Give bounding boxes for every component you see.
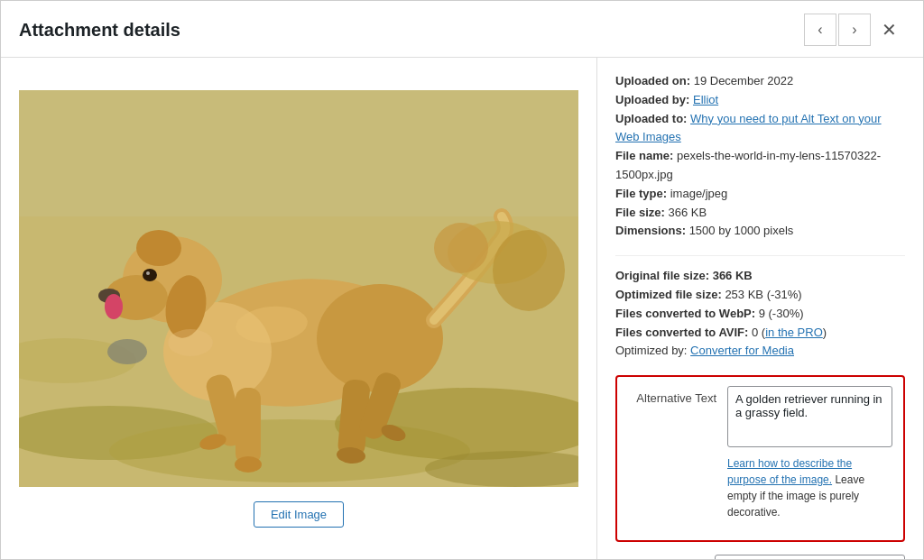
svg-point-30 (434, 223, 488, 273)
next-icon: › (852, 22, 856, 38)
uploaded-by-label: Uploaded by: (615, 93, 689, 106)
alt-text-input[interactable]: A golden retriever running in a grassy f… (727, 386, 892, 447)
modal-nav: ‹ › ✕ (804, 14, 905, 46)
right-panel: Uploaded on: 19 December 2022 Uploaded b… (596, 58, 923, 559)
file-name-label: File name: (615, 149, 673, 162)
edit-image-button[interactable]: Edit Image (254, 501, 344, 528)
alt-text-label: Alternative Text (628, 386, 727, 405)
avif-pro-link[interactable]: in the PRO (765, 326, 823, 339)
dimensions-value: 1500 by 1000 pixels (689, 224, 794, 237)
original-size-value: 366 KB (713, 269, 753, 282)
svg-point-18 (105, 294, 123, 319)
prev-icon: ‹ (818, 22, 822, 38)
file-type-value: image/jpeg (670, 187, 728, 200)
attachment-details-modal: Attachment details ‹ › ✕ (0, 0, 924, 560)
uploaded-on-line: Uploaded on: 19 December 2022 (615, 72, 905, 91)
svg-point-28 (168, 329, 213, 356)
dimensions-label: Dimensions: (615, 224, 686, 237)
file-name-line: File name: pexels-the-world-in-my-lens-1… (615, 147, 905, 185)
webp-value: 9 (-30%) (759, 307, 804, 320)
optimization-section: Original file size: 366 KB Optimized fil… (615, 267, 905, 361)
svg-rect-20 (236, 388, 261, 464)
left-panel: Edit Image (1, 58, 596, 559)
title-label: Title (615, 555, 715, 559)
svg-rect-6 (19, 90, 578, 216)
close-icon: ✕ (882, 19, 897, 41)
alt-text-container: A golden retriever running in a grassy f… (727, 386, 892, 520)
avif-line: Files converted to AVIF: 0 (in the PRO) (615, 324, 905, 343)
file-size-line: File size: 366 KB (615, 204, 905, 223)
webp-line: Files converted to WebP: 9 (-30%) (615, 305, 905, 324)
uploaded-on-label: Uploaded on: (615, 74, 690, 87)
uploaded-to-label: Uploaded to: (615, 112, 687, 125)
alt-help-text: Learn how to describe the purpose of the… (727, 455, 892, 520)
svg-point-31 (493, 230, 565, 311)
file-metadata: Uploaded on: 19 December 2022 Uploaded b… (615, 72, 905, 241)
uploaded-by-line: Uploaded by: Elliot (615, 91, 905, 110)
alt-help-link[interactable]: Learn how to describe the purpose of the… (727, 457, 852, 486)
alt-text-section: Alternative Text A golden retriever runn… (615, 375, 905, 542)
divider-1 (615, 255, 905, 256)
svg-point-15 (146, 271, 150, 275)
modal-title: Attachment details (19, 20, 180, 41)
svg-point-14 (143, 269, 157, 281)
uploaded-on-value: 19 December 2022 (694, 74, 794, 87)
file-size-value: 366 KB (669, 206, 707, 219)
image-container (19, 90, 578, 487)
modal-body: Edit Image Uploaded on: 19 December 2022… (1, 58, 923, 559)
svg-point-17 (136, 230, 181, 266)
avif-label: Files converted to AVIF: (615, 326, 748, 339)
dimensions-line: Dimensions: 1500 by 1000 pixels (615, 222, 905, 241)
file-type-line: File type: image/jpeg (615, 185, 905, 204)
file-type-label: File type: (615, 187, 667, 200)
converter-link[interactable]: Converter for Media (690, 344, 794, 357)
original-size-line: Original file size: 366 KB (615, 267, 905, 286)
modal-header: Attachment details ‹ › ✕ (1, 1, 923, 58)
prev-button[interactable]: ‹ (804, 14, 836, 46)
file-size-label: File size: (615, 206, 665, 219)
dog-image (19, 90, 578, 487)
alt-text-row: Alternative Text A golden retriever runn… (628, 386, 892, 520)
optimized-by-label: Optimized by: (615, 344, 687, 357)
optimized-size-line: Optimized file size: 253 KB (-31%) (615, 286, 905, 305)
uploaded-by-link[interactable]: Elliot (693, 93, 718, 106)
next-button[interactable]: › (838, 14, 871, 46)
webp-label: Files converted to WebP: (615, 307, 755, 320)
title-row: Title (615, 555, 905, 559)
avif-value: 0 (752, 326, 758, 339)
svg-point-7 (107, 339, 147, 364)
optimized-size-value: 253 KB (-31%) (725, 288, 801, 301)
svg-point-24 (235, 456, 262, 473)
close-button[interactable]: ✕ (873, 14, 905, 46)
uploaded-to-line: Uploaded to: Why you need to put Alt Tex… (615, 110, 905, 148)
original-size-label: Original file size: (615, 269, 709, 282)
title-input[interactable] (715, 555, 905, 559)
optimized-size-label: Optimized file size: (615, 288, 722, 301)
optimized-by-line: Optimized by: Converter for Media (615, 342, 905, 361)
